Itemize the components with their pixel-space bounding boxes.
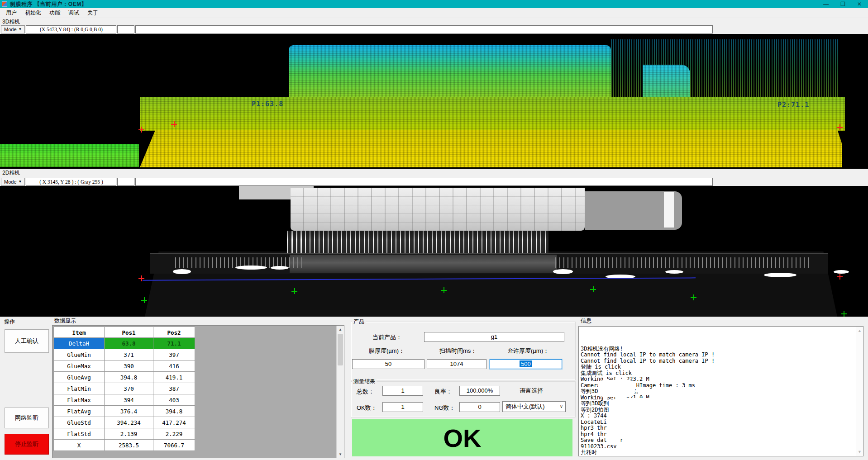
table-row[interactable]: DeltaH 63.8 71.1 (53, 338, 196, 349)
title-bar: 测膜程序 【当前用户：OEM】 — ❐ ✕ (0, 0, 868, 8)
table-row[interactable]: FlatMax 394 403 (53, 394, 196, 406)
table-row[interactable]: X 2583.5 7066.7 (53, 440, 196, 451)
current-product-field[interactable]: g1 (424, 332, 564, 342)
close-button[interactable]: ✕ (857, 0, 862, 8)
operation-panel: 操作 人工确认 网络监听 停止监听 (2, 318, 51, 459)
camera-2d-view[interactable] (0, 186, 868, 317)
cell-item: FlatMax (53, 394, 105, 406)
p1-measure-label: P1:63.8 (252, 100, 283, 108)
glare-blob (665, 270, 683, 274)
product-label: 产品 (352, 318, 366, 326)
maximize-button[interactable]: ❐ (840, 0, 845, 8)
cell-pos1: 2.139 (105, 428, 153, 440)
allow-thickness-label: 允许厚度(µm)： (507, 347, 549, 355)
stop-listen-button[interactable]: 停止监听 (5, 434, 49, 455)
table-row[interactable]: FlatMin 370 387 (53, 383, 196, 394)
heightmap-bottom-slab (140, 130, 842, 167)
redaction-overlay (609, 398, 826, 424)
table-row[interactable]: FlatAvg 376.4 394.8 (53, 406, 196, 417)
cell-pos2: 417.274 (153, 417, 195, 428)
log-line: hpr4 thr (581, 432, 855, 438)
glare-blob (235, 266, 267, 270)
camera-3d-mode-bar: Mode ▼ (X 5473,Y 84) : (R 0,G 0,B 0) (0, 25, 868, 34)
cell-pos1: 394.234 (105, 417, 153, 428)
table-row[interactable]: GlueAvg 394.8 419.1 (53, 372, 196, 383)
cell-pos2: 7066.7 (153, 440, 195, 451)
col-header-pos2: Pos2 (153, 327, 195, 338)
network-listen-button[interactable]: 网络监听 (5, 408, 49, 428)
scroll-down-icon[interactable]: ▼ (858, 450, 862, 454)
redaction-overlay (598, 380, 635, 397)
log-box[interactable]: 3D相机没有网络!Cannot find local IP to match c… (578, 326, 863, 456)
cell-pos2: 397 (153, 349, 195, 360)
cell-pos1: 370 (105, 383, 153, 394)
log-scrollbar[interactable]: ▲ ▼ (856, 327, 863, 456)
total-field[interactable]: 1 (382, 386, 423, 396)
scroll-up-icon[interactable]: ▲ (337, 326, 344, 333)
menu-item[interactable]: 调试 (64, 8, 83, 18)
cell-pos2: 394.8 (153, 406, 195, 417)
crosshair-marker-green (291, 288, 297, 294)
crosshair-marker-green (441, 287, 447, 293)
cell-pos1: 394 (105, 394, 153, 406)
pcb-region (291, 188, 585, 231)
cell-pos2: 387 (153, 383, 195, 394)
menu-item[interactable]: 关于 (83, 8, 102, 18)
allow-thickness-field[interactable]: 500 (490, 359, 562, 369)
menu-item[interactable]: 用户 (2, 8, 21, 18)
cell-pos2: 416 (153, 360, 195, 372)
data-grid[interactable]: Item Pos1 Pos2 DeltaH 63.8 71.1 (52, 325, 344, 458)
col-header-item: Item (53, 327, 105, 338)
cell-item: GlueMin (53, 349, 105, 360)
scan-time-field[interactable]: 1074 (427, 359, 486, 369)
scroll-up-icon[interactable]: ▲ (858, 328, 862, 333)
table-header-row: Item Pos1 Pos2 (53, 327, 196, 338)
mode-dropdown-3d[interactable]: Mode ▼ (1, 25, 25, 33)
cell-pos2: 2.229 (153, 428, 195, 440)
camera-3d-view[interactable]: P1:63.8 P2:71.1 (0, 34, 868, 169)
film-thickness-field[interactable]: 50 (352, 359, 424, 369)
chevron-down-icon: ▼ (19, 180, 22, 184)
app-icon (2, 1, 7, 7)
data-display-panel: 数据显示 Item Pos1 Pos2 DeltaH 63.8 (52, 318, 345, 459)
status-result-panel: OK (352, 419, 572, 456)
log-line: 3D相机没有网络! (581, 346, 855, 352)
table-row[interactable]: FlatStd 2.139 2.229 (53, 428, 196, 440)
table-row[interactable]: GlueMin 371 397 (53, 349, 196, 360)
cell-pos2: 419.1 (153, 372, 195, 383)
scroll-thumb[interactable] (338, 334, 343, 365)
yield-field[interactable]: 100.000% (459, 386, 500, 396)
col-header-pos1: Pos1 (105, 327, 153, 338)
menu-item[interactable]: 初始化 (21, 8, 45, 18)
chevron-down-icon: ∨ (560, 402, 563, 412)
pcb-right-tab (585, 191, 682, 230)
cell-item: FlatAvg (53, 406, 105, 417)
table-row[interactable]: GlueMax 390 416 (53, 360, 196, 372)
minimize-button[interactable]: — (823, 0, 829, 8)
connector-pins (287, 231, 548, 256)
table-row[interactable]: GlueStd 394.234 417.274 (53, 417, 196, 428)
crosshair-marker-green (691, 294, 696, 300)
crosshair-marker (837, 124, 843, 130)
log-line: Cannot find local IP to match camera IP … (581, 352, 855, 358)
log-line: 加载3张 图, 执行AOI检查, Elapsed 19296 ms. (581, 456, 855, 457)
table-scrollbar[interactable]: ▲ ▼ (336, 326, 344, 458)
ng-count-field[interactable]: 0 (459, 402, 500, 412)
language-label: 语言选择 (520, 387, 543, 395)
app-window: 测膜程序 【当前用户：OEM】 — ❐ ✕ 用户初始化功能调试关于 3D相机 M… (0, 0, 868, 460)
crosshair-marker (171, 121, 177, 127)
menu-item[interactable]: 功能 (45, 8, 64, 18)
manual-confirm-button[interactable]: 人工确认 (5, 329, 49, 353)
log-line: hpr3 thr (581, 425, 855, 432)
film-thickness-label: 膜厚度(µm)： (369, 347, 405, 355)
language-select[interactable]: 简体中文(默认) ∨ (502, 401, 566, 412)
scroll-down-icon[interactable]: ▼ (337, 451, 344, 458)
mode-dropdown-2d[interactable]: Mode ▼ (1, 178, 25, 186)
cell-item: GlueStd (53, 417, 105, 428)
glare-blob (271, 266, 289, 270)
pixel-readout-3d: (X 5473,Y 84) : (R 0,G 0,B 0) (26, 25, 116, 33)
chevron-down-icon: ▼ (19, 28, 22, 31)
ok-count-label: OK数： (357, 404, 377, 412)
glare-blob (834, 270, 849, 274)
ok-count-field[interactable]: 1 (382, 402, 423, 412)
